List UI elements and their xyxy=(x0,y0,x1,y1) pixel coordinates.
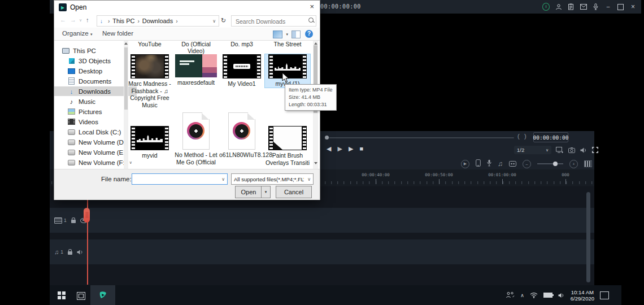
back-button[interactable]: ← xyxy=(60,16,66,23)
display-icon[interactable] xyxy=(556,145,563,155)
search-input[interactable] xyxy=(234,17,303,26)
video-track-icon xyxy=(54,217,62,224)
zoom-out-icon[interactable]: – xyxy=(523,160,531,168)
recent-locations-icon[interactable]: ∨ xyxy=(79,18,82,23)
lock-icon[interactable] xyxy=(71,220,76,223)
file-label[interactable]: Do (Official Video) xyxy=(173,41,219,54)
file-name-combo[interactable]: ∨ xyxy=(132,173,228,185)
file-label[interactable]: The Street xyxy=(265,41,310,47)
video-thumbnail xyxy=(268,126,307,150)
music-icon[interactable]: ♫ xyxy=(498,160,503,167)
file-type-select[interactable]: All supported files(*.MP4;*.FLV;* ∨ xyxy=(231,173,314,185)
clipboard-icon[interactable] xyxy=(567,3,575,11)
video-track[interactable]: 1 xyxy=(50,208,594,233)
start-button[interactable] xyxy=(58,291,66,299)
dialog-close-button[interactable]: × xyxy=(310,2,314,11)
playhead-handle[interactable] xyxy=(84,208,90,223)
video-thumbnail xyxy=(130,54,169,79)
seek-bar[interactable] xyxy=(329,137,514,138)
file-name-label: File name: xyxy=(101,176,132,182)
file-label[interactable]: YouTube xyxy=(127,41,172,47)
mixer-icon[interactable] xyxy=(509,159,516,169)
record-voiceover-icon[interactable] xyxy=(487,159,491,169)
downloads-folder-icon: ↓ xyxy=(100,18,103,24)
up-button[interactable]: ↑ xyxy=(86,16,89,23)
new-folder-button[interactable]: New folder xyxy=(102,30,133,37)
address-dropdown-icon[interactable]: ∨ xyxy=(212,19,216,24)
preview-pane-button[interactable] xyxy=(291,30,301,38)
zoom-in-icon[interactable]: + xyxy=(569,160,578,168)
file-label[interactable]: Do. mp3 xyxy=(219,41,264,47)
file-item-no-method[interactable]: No Method - Let Me Go (Official xyxy=(173,112,219,165)
audio-thumbnail xyxy=(228,112,255,150)
breadcrumb-downloads[interactable]: Downloads xyxy=(142,18,173,24)
file-item-maxresdefault[interactable]: maxresdefault xyxy=(173,54,219,86)
organize-button[interactable]: Organize ▾ xyxy=(62,30,92,37)
search-box[interactable] xyxy=(231,15,316,27)
fullscreen-icon[interactable] xyxy=(592,145,598,155)
stop-button[interactable]: ■ xyxy=(359,145,363,152)
help-button[interactable]: ? xyxy=(305,30,313,38)
task-view-button[interactable] xyxy=(77,292,85,300)
preview-quality-select[interactable]: 1/2∨ xyxy=(514,146,551,154)
collapse-icon: ∨ xyxy=(129,160,132,165)
snapshot-icon[interactable] xyxy=(568,145,575,155)
device-icon[interactable] xyxy=(476,159,481,169)
people-icon[interactable] xyxy=(506,290,515,300)
file-item-my-video1[interactable]: My Video1 xyxy=(219,54,264,88)
address-bar[interactable]: ↓ › This PC › Downloads › ∨ xyxy=(97,15,219,27)
file-item-paint-brush[interactable]: Paint Brush Overlays Transiti xyxy=(265,112,310,166)
render-play-icon[interactable]: ▶ xyxy=(461,160,469,168)
timeline-scrollbar[interactable] xyxy=(586,192,590,282)
open-split-caret[interactable]: ▾ xyxy=(261,186,271,198)
mic-icon[interactable] xyxy=(592,3,599,11)
file-item-o61ln80wiut8[interactable]: o61LN80WIuT8.128 xyxy=(219,112,264,159)
maximize-button[interactable] xyxy=(617,3,624,11)
network-icon[interactable] xyxy=(530,290,538,300)
file-item-myvid[interactable]: myvid xyxy=(127,112,172,159)
prev-frame-button[interactable]: ◀ xyxy=(327,145,331,152)
mark-in-icon[interactable]: ( xyxy=(517,133,520,140)
change-view-button[interactable] xyxy=(273,30,282,38)
mail-icon[interactable] xyxy=(580,3,587,11)
forward-button[interactable]: → xyxy=(70,16,76,23)
account-icon[interactable] xyxy=(555,3,562,11)
zoom-fit-icon[interactable] xyxy=(584,160,592,167)
seek-handle[interactable] xyxy=(325,136,329,140)
taskbar-filmora-button[interactable] xyxy=(90,285,115,305)
open-button[interactable]: Open xyxy=(235,186,262,198)
info-icon[interactable]: i xyxy=(542,3,550,11)
battery-icon[interactable] xyxy=(543,293,552,298)
ruler-label: 00:01:00:00 xyxy=(485,172,519,177)
audio-track-icon: ♫ xyxy=(54,249,59,255)
filmora-icon xyxy=(98,290,108,300)
file-name-input[interactable] xyxy=(134,175,220,184)
file-item-marc-madness[interactable]: Marc Madness - Flashback - ♫ Copyright F… xyxy=(127,54,172,108)
search-icon[interactable] xyxy=(308,18,314,23)
dialog-body: This PC 3D Objects Desktop Documents ↓Do… xyxy=(54,41,320,169)
speaker-icon[interactable] xyxy=(558,290,565,300)
ruler-label: 00:00:50:00 xyxy=(422,172,456,177)
volume-icon[interactable] xyxy=(580,145,587,155)
change-view-caret[interactable]: ▾ xyxy=(286,32,288,37)
dialog-command-bar: Organize ▾ New folder ▾ ? xyxy=(54,28,320,41)
step-button[interactable]: ▶ xyxy=(337,145,342,152)
refresh-icon[interactable]: ↻ xyxy=(221,17,226,24)
lock-icon[interactable] xyxy=(68,251,72,255)
audio-track[interactable]: ♫1 xyxy=(50,239,594,264)
taskbar: ∧ 10:14 AM6/29/2020 xyxy=(50,285,621,305)
taskbar-clock[interactable]: 10:14 AM6/29/2020 xyxy=(571,289,594,302)
dialog-navbar: ← → ∨ ↑ ↓ › This PC › Downloads › ∨ ↻ xyxy=(54,14,320,27)
play-button[interactable]: ▶ xyxy=(349,145,353,152)
mute-icon[interactable] xyxy=(77,247,83,257)
breadcrumb-this-pc[interactable]: This PC xyxy=(112,18,134,24)
cancel-button[interactable]: Cancel xyxy=(276,186,312,198)
action-center-icon[interactable] xyxy=(600,291,609,299)
tray-expand-icon[interactable]: ∧ xyxy=(520,293,524,298)
close-button[interactable]: × xyxy=(629,3,637,11)
timeline-zoom-slider[interactable] xyxy=(537,163,563,164)
sidebar-item-this-pc[interactable]: This PC xyxy=(54,46,131,55)
mark-out-icon[interactable]: ) xyxy=(524,133,526,140)
file-name-dropdown-icon[interactable]: ∨ xyxy=(221,177,225,182)
minimize-button[interactable]: – xyxy=(604,3,612,11)
